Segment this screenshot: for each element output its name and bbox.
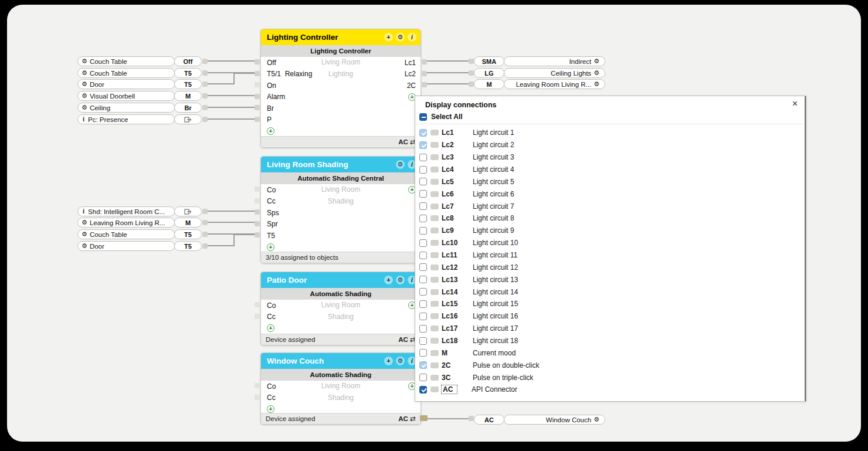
input-stub[interactable] <box>255 71 260 76</box>
info-icon[interactable]: i <box>408 33 416 42</box>
output-port[interactable]: 2C <box>405 80 416 91</box>
connection-row[interactable]: Lc8 Light circuit 8 <box>419 212 800 225</box>
wiring-canvas[interactable]: Lighting Controller + ⚙ i Lighting Contr… <box>7 5 861 442</box>
connection-checkbox[interactable] <box>419 129 427 137</box>
connector-stub[interactable] <box>469 416 474 421</box>
input-port[interactable]: Sps <box>261 207 421 219</box>
output-stub[interactable] <box>422 59 427 65</box>
input-port[interactable]: Co <box>261 300 421 311</box>
input-port[interactable]: T5/1 Relaxing <box>261 69 421 80</box>
input-stub[interactable] <box>255 395 260 400</box>
connection-row[interactable]: Lc17 Light circuit 17 <box>419 323 800 335</box>
add-input-icon[interactable]: + <box>267 127 274 135</box>
output-tag-leaving-room[interactable]: M Leaving Room Living R...⚙ <box>474 79 605 89</box>
block-header[interactable]: Window Couch + ⚙ i <box>261 353 421 369</box>
input-stub[interactable] <box>255 314 260 319</box>
input-stub[interactable] <box>255 302 260 307</box>
connector-stub[interactable] <box>202 232 208 237</box>
connection-checkbox[interactable] <box>419 386 427 394</box>
input-stub[interactable] <box>255 209 260 215</box>
connection-checkbox[interactable] <box>419 178 427 185</box>
block-window-couch[interactable]: Window Couch + ⚙ i Automatic Shading Liv… <box>260 352 421 425</box>
input-stub[interactable] <box>255 383 260 388</box>
gear-icon[interactable]: ⚙ <box>82 231 87 238</box>
connection-checkbox[interactable] <box>419 252 427 259</box>
input-port[interactable]: Off <box>261 57 421 69</box>
input-port[interactable]: Co <box>261 184 421 196</box>
device-tag-door[interactable]: ⚙Door T5 <box>77 241 202 251</box>
gear-icon[interactable]: ⚙ <box>594 81 599 87</box>
connection-row[interactable]: Lc6 Light circuit 6 <box>419 188 800 200</box>
input-stub[interactable] <box>255 198 260 204</box>
input-port[interactable]: Spr <box>261 219 421 230</box>
device-tag-couch-table[interactable]: ⚙Couch Table T5 <box>77 229 202 239</box>
connection-checkbox[interactable] <box>419 374 427 381</box>
input-stub[interactable] <box>255 117 260 122</box>
api-connector-stub[interactable] <box>420 415 428 421</box>
connection-checkbox[interactable] <box>419 190 427 198</box>
block-header[interactable]: Lighting Controller + ⚙ i <box>261 29 421 45</box>
input-stub[interactable] <box>255 186 260 192</box>
gear-icon[interactable]: ⚙ <box>594 416 599 423</box>
gear-icon[interactable]: ⚙ <box>82 81 87 87</box>
gear-icon[interactable]: ⚙ <box>396 160 405 169</box>
device-tag-shd-intelligent[interactable]: iShd: Intelligent Room C... <box>77 206 202 216</box>
connector-stub[interactable] <box>202 93 208 99</box>
connection-checkbox[interactable] <box>419 276 427 283</box>
connection-row[interactable]: Lc9 Light circuit 9 <box>419 225 800 237</box>
gear-icon[interactable]: ⚙ <box>82 243 87 249</box>
input-stub[interactable] <box>255 59 260 65</box>
connection-checkbox[interactable] <box>419 288 427 296</box>
output-port[interactable]: Lc1 <box>405 57 416 69</box>
gear-icon[interactable]: ⚙ <box>82 58 87 65</box>
info-icon[interactable]: i <box>82 208 86 215</box>
gear-icon[interactable]: ⚙ <box>396 33 405 42</box>
scrollbar[interactable] <box>805 96 806 401</box>
input-port[interactable]: Cc <box>261 311 421 323</box>
output-tag-window-couch-api[interactable]: AC Window Couch⚙ <box>474 415 605 425</box>
connection-row[interactable]: Lc16 Light circuit 16 <box>419 310 800 323</box>
connection-checkbox[interactable] <box>419 166 427 174</box>
connection-row[interactable]: M Current mood <box>419 347 800 359</box>
connection-row[interactable]: Lc2 Light circuit 2 <box>419 139 800 151</box>
connection-checkbox[interactable] <box>419 202 427 210</box>
connection-row[interactable]: Lc11 Light circuit 11 <box>419 249 800 262</box>
connector-stub[interactable] <box>202 70 208 76</box>
device-tag-leaving-room[interactable]: ⚙Leaving Room Living R... M <box>77 218 202 228</box>
input-port[interactable]: Co <box>261 381 421 392</box>
output-port[interactable]: Lc2 <box>405 69 416 80</box>
connector-stub[interactable] <box>202 243 208 249</box>
connection-row[interactable]: 2C Pulse on double-click <box>419 359 800 371</box>
block-header[interactable]: Patio Door + ⚙ i <box>261 272 421 288</box>
device-tag-couch-table[interactable]: ⚙Couch Table T5 <box>77 68 202 78</box>
input-stub[interactable] <box>255 82 260 87</box>
gear-icon[interactable]: ⚙ <box>594 58 599 65</box>
input-port[interactable]: P <box>261 114 421 126</box>
add-port-button[interactable]: + <box>384 276 393 284</box>
gear-icon[interactable]: ⚙ <box>82 219 87 226</box>
input-port[interactable]: Cc <box>261 196 421 208</box>
connector-stub[interactable] <box>469 82 474 87</box>
connector-stub[interactable] <box>202 209 208 214</box>
info-icon[interactable]: i <box>82 116 86 123</box>
connector-stub[interactable] <box>469 59 474 64</box>
add-input-icon[interactable]: + <box>267 243 274 251</box>
connection-row[interactable]: Lc10 Light circuit 10 <box>419 237 800 249</box>
connector-stub[interactable] <box>202 117 208 122</box>
input-stub[interactable] <box>255 94 260 99</box>
gear-icon[interactable]: ⚙ <box>396 276 405 284</box>
connection-row[interactable]: AC API Connector <box>419 384 800 396</box>
add-input-icon[interactable]: + <box>267 405 274 413</box>
output-stub[interactable] <box>422 82 427 87</box>
gear-icon[interactable]: ⚙ <box>82 70 87 76</box>
gear-icon[interactable]: ⚙ <box>82 104 87 111</box>
input-port[interactable]: Cc <box>261 392 421 404</box>
connection-row[interactable]: Lc1 Light circuit 1 <box>419 127 800 139</box>
connection-checkbox[interactable] <box>419 263 427 271</box>
connection-checkbox[interactable] <box>419 215 427 222</box>
output-tag-ceiling-lights[interactable]: LG Ceiling Lights⚙ <box>474 68 605 78</box>
connection-checkbox[interactable] <box>419 325 427 333</box>
gear-icon[interactable]: ⚙ <box>396 357 405 365</box>
device-tag-visual-doorbell[interactable]: ⚙Visual Doorbell M <box>77 91 202 101</box>
input-stub[interactable] <box>255 221 260 226</box>
